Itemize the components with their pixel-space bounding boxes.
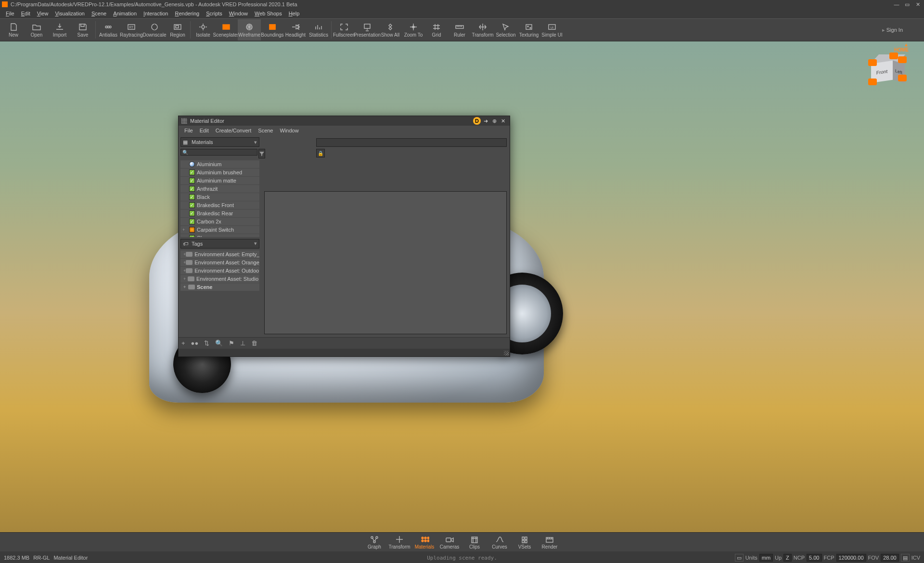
tool-import-button[interactable]: Import	[48, 19, 71, 40]
tag-item[interactable]: +Environment Asset: Orange_Sea...	[180, 259, 259, 266]
material-list[interactable]: AluminiumAluminium brushedAluminium matt…	[180, 160, 259, 237]
lock-icon[interactable]: 🔒	[316, 149, 325, 157]
tag-item[interactable]: +Scene	[180, 283, 259, 291]
viewcube-corner[interactable]	[868, 59, 877, 66]
ncp-field[interactable]: 5.00	[807, 554, 821, 562]
tool-headlight-button[interactable]: Headlight	[284, 19, 307, 40]
tool-simple-ui-button[interactable]: UISimple UI	[540, 19, 564, 40]
tag-list[interactable]: +Environment Asset: Empty_Garage+Environ…	[180, 250, 259, 291]
tool-zoom-to-button[interactable]: Zoom To	[402, 19, 425, 40]
collapse-button[interactable]: ⊕	[490, 117, 498, 125]
tool-isolate-button[interactable]: Isolate	[192, 19, 215, 40]
render-toggle-button[interactable]: ▭	[735, 554, 744, 562]
menu-file[interactable]: File	[3, 10, 17, 17]
tool-grid-button[interactable]: Grid	[425, 19, 448, 40]
menu-scripts[interactable]: Scripts	[203, 10, 225, 17]
dlg-menu-edit[interactable]: Edit	[197, 127, 212, 134]
tool-wireframe-button[interactable]: Wireframe	[238, 19, 261, 40]
duplicate-button[interactable]: ●●	[191, 340, 199, 347]
dialog-titlebar[interactable]: Material Editor D ➜ ⊕ ✕	[179, 116, 510, 126]
icv-label[interactable]: ICV	[911, 555, 920, 561]
quick-clips-button[interactable]: Clips	[462, 535, 487, 550]
find-button[interactable]: 🔍	[215, 340, 223, 347]
menu-web-shops[interactable]: Web Shops	[252, 10, 285, 17]
viewcube[interactable]: HOME Front Left	[866, 49, 910, 92]
quick-cameras-button[interactable]: Cameras	[437, 535, 462, 550]
tags-combo[interactable]: 🏷 Tags	[180, 239, 259, 249]
tag-item[interactable]: +Environment Asset: Empty_Garage	[180, 250, 259, 258]
tool-boundings-button[interactable]: Boundings	[261, 19, 284, 40]
material-search-input[interactable]	[180, 149, 257, 156]
menu-view[interactable]: View	[34, 10, 51, 17]
material-item[interactable]: Brakedisc Rear	[180, 209, 259, 217]
up-field[interactable]: Z	[783, 554, 792, 562]
material-item[interactable]: Aluminium brushed	[180, 169, 259, 176]
expand-icon[interactable]: +	[182, 227, 185, 232]
quick-render-button[interactable]: Render	[538, 535, 562, 550]
material-preview[interactable]	[264, 191, 507, 334]
menu-animation[interactable]: Animation	[110, 10, 140, 17]
fcp-field[interactable]: 120000.00	[836, 554, 866, 562]
tool-transform-button[interactable]: Transform	[471, 19, 494, 40]
menu-rendering[interactable]: Rendering	[172, 10, 202, 17]
quick-curves-button[interactable]: Curves	[488, 535, 512, 550]
menu-visualization[interactable]: Visualization	[52, 10, 88, 17]
material-item[interactable]: Chrome	[180, 234, 259, 237]
materials-combo[interactable]: ▦ Materials	[180, 137, 259, 147]
menu-help[interactable]: Help	[286, 10, 303, 17]
material-item[interactable]: Brakedisc Front	[180, 201, 259, 209]
tool-presentation-button[interactable]: Presentation	[356, 19, 379, 40]
menu-edit[interactable]: Edit	[18, 10, 33, 17]
tool-new-button[interactable]: New	[2, 19, 25, 40]
expand-icon[interactable]: +	[183, 276, 188, 281]
tool-ruler-button[interactable]: Ruler	[448, 19, 471, 40]
tag-item[interactable]: +Environment Asset: Outdoor_Sta...	[180, 267, 259, 275]
tool-selection-button[interactable]: Selection	[494, 19, 517, 40]
viewcube-corner[interactable]	[868, 79, 877, 85]
material-item[interactable]: Carbon 2x	[180, 218, 259, 225]
tool-open-button[interactable]: Open	[25, 19, 48, 40]
units-field[interactable]: mm	[759, 554, 773, 562]
viewcube-corner[interactable]	[898, 56, 907, 63]
resize-grip[interactable]	[504, 351, 509, 355]
tool-raytracing-button[interactable]: RTRaytracing	[120, 19, 143, 40]
material-item[interactable]: +Carpaint Switch	[180, 226, 259, 234]
viewcube-corner[interactable]	[889, 52, 898, 59]
maximize-button[interactable]: ▭	[903, 1, 911, 8]
flag-button[interactable]: ⚑	[229, 340, 234, 347]
tag-item[interactable]: +Environment Asset: Studio	[180, 275, 259, 283]
dlg-menu-scene[interactable]: Scene	[255, 127, 276, 134]
add-button[interactable]: +	[181, 340, 185, 347]
delete-button[interactable]: 🗑	[251, 340, 257, 347]
tool-save-button[interactable]: Save	[71, 19, 94, 40]
tool-sceneplates-button[interactable]: Sceneplates	[215, 19, 238, 40]
assign-button[interactable]: ⊥	[240, 340, 245, 347]
material-item[interactable]: Aluminium	[180, 160, 259, 168]
dlg-menu-create-convert[interactable]: Create/Convert	[213, 127, 255, 134]
viewport[interactable]: HOME Front Left Material Editor D ➜ ⊕ ✕ …	[0, 41, 924, 534]
expand-icon[interactable]: +	[183, 285, 188, 289]
tool-texturing-button[interactable]: Texturing	[517, 19, 540, 40]
sign-in-button[interactable]: Sign In	[882, 27, 903, 33]
viewcube-home[interactable]: HOME	[894, 42, 909, 52]
dialog-close-button[interactable]: ✕	[499, 117, 507, 125]
material-item[interactable]: Aluminium matte	[180, 177, 259, 184]
quick-transform-button[interactable]: Transform	[387, 535, 411, 550]
close-button[interactable]: ✕	[913, 1, 922, 8]
dlg-menu-window[interactable]: Window	[277, 127, 302, 134]
sort-button[interactable]: ⇅	[204, 340, 209, 347]
tool-statistics-button[interactable]: Statistics	[307, 19, 330, 40]
material-item[interactable]: Anthrazit	[180, 185, 259, 193]
arrow-button[interactable]: ➜	[482, 117, 489, 125]
tool-downscale-button[interactable]: Downscale	[143, 19, 166, 40]
viewcube-corner[interactable]	[898, 75, 907, 81]
tool-antialias-button[interactable]: Antialias	[97, 19, 120, 40]
quick-graph-button[interactable]: Graph	[362, 535, 386, 550]
material-item[interactable]: Black	[180, 193, 259, 201]
tool-fullscreen-button[interactable]: Fullscreen	[333, 19, 356, 40]
histogram-button[interactable]: ▤	[901, 554, 910, 562]
tool-show-all-button[interactable]: Show All	[379, 19, 402, 40]
quick-vsets-button[interactable]: VSets	[513, 535, 537, 550]
dock-button[interactable]: D	[473, 117, 481, 125]
menu-window[interactable]: Window	[226, 10, 251, 17]
